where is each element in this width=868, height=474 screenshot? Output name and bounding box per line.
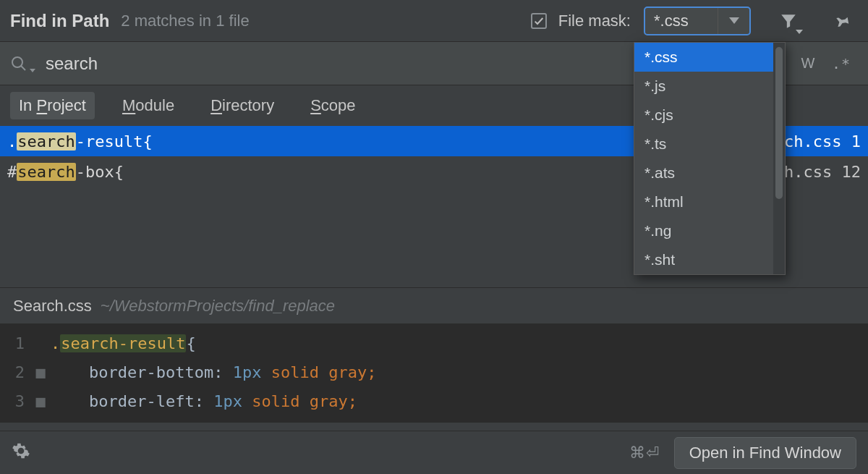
code-preview: 1.search-result{2■ border-bottom: 1px so… (0, 324, 868, 423)
dropdown-item[interactable]: *.cjs (634, 101, 773, 130)
scope-tab-directory[interactable]: Directory (202, 92, 283, 119)
dropdown-item[interactable]: *.html (634, 187, 773, 216)
titlebar: Find in Path 2 matches in 1 file File ma… (0, 0, 868, 42)
dropdown-item[interactable]: *.css (634, 43, 773, 72)
regex-toggle[interactable]: .* (825, 51, 858, 77)
chevron-down-icon (30, 69, 35, 72)
dropdown-item[interactable]: *.sht (634, 245, 773, 274)
file-mask-checkbox[interactable] (531, 13, 547, 29)
keyboard-shortcut: ⌘⏎ (629, 444, 660, 462)
settings-button[interactable] (12, 441, 30, 464)
dropdown-item[interactable]: *.js (634, 72, 773, 101)
scope-tab-module[interactable]: Module (114, 92, 183, 119)
bottom-bar: ⌘⏎ Open in Find Window (0, 431, 868, 474)
file-mask-value: *.css (645, 8, 718, 34)
dropdown-item[interactable]: *.ts (634, 130, 773, 158)
open-in-find-window-button[interactable]: Open in Find Window (674, 437, 856, 469)
preview-path: ~/WebstormProjects/find_replace (101, 297, 335, 316)
dialog-title: Find in Path (10, 11, 109, 31)
dropdown-scrollbar[interactable] (773, 43, 785, 274)
file-mask-label: File mask: (558, 12, 631, 30)
whole-word-toggle[interactable]: W (791, 51, 825, 77)
code-line: 2■ border-bottom: 1px solid gray; (0, 357, 868, 386)
file-mask-dropdown-button[interactable] (718, 8, 749, 34)
svg-point-0 (12, 57, 22, 67)
svg-line-1 (21, 66, 25, 70)
filter-button[interactable] (773, 7, 804, 35)
file-mask-dropdown[interactable]: *.css*.js*.cjs*.ts*.ats*.html*.ng*.sht (634, 42, 786, 275)
pin-button[interactable] (826, 7, 858, 35)
chevron-down-icon (729, 17, 739, 24)
preview-header: Search.css ~/WebstormProjects/find_repla… (0, 288, 868, 324)
scope-tab-in-project[interactable]: In Project (10, 92, 95, 119)
scope-tab-scope[interactable]: Scope (302, 92, 364, 119)
scrollbar-thumb[interactable] (775, 47, 783, 199)
dropdown-item[interactable]: *.ng (634, 216, 773, 245)
code-line: 1.search-result{ (0, 329, 868, 357)
match-count: 2 matches in 1 file (121, 12, 249, 30)
chevron-down-icon (796, 30, 803, 34)
preview-filename: Search.css (13, 297, 92, 316)
search-history-button[interactable] (10, 55, 35, 72)
file-mask-select[interactable]: *.css (644, 7, 751, 35)
dropdown-item[interactable]: *.ats (634, 158, 773, 187)
code-line: 3■ border-left: 1px solid gray; (0, 386, 868, 415)
